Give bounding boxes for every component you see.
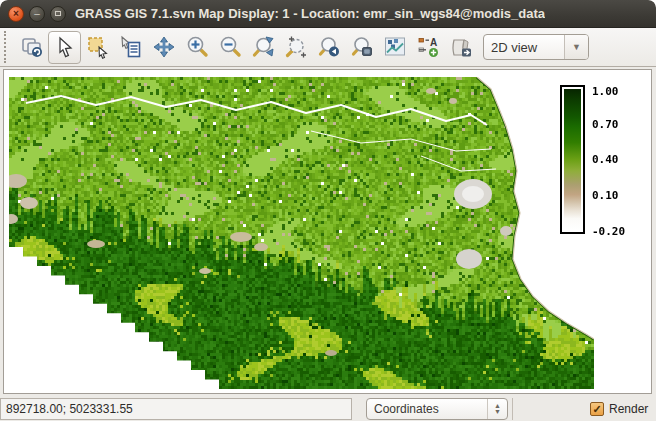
save-display-button[interactable]: [444, 31, 477, 64]
render-checkbox-label: Render: [609, 402, 648, 416]
pan-button[interactable]: [147, 31, 180, 64]
legend-label: 0.70: [592, 118, 619, 131]
overlapping-frames-render-icon: [20, 35, 44, 59]
legend-label: 1.00: [592, 85, 619, 98]
pointer-button[interactable]: [48, 31, 81, 64]
export-page-icon: [449, 35, 473, 59]
map-display-area[interactable]: 1.00 0.70 0.40 0.10 -0.20: [3, 69, 652, 394]
grass-map-display-window: × – GRASS GIS 7.1.svn Map Display: 1 - L…: [0, 0, 656, 421]
zoom-out-button[interactable]: [213, 31, 246, 64]
zoom-extent-button[interactable]: [246, 31, 279, 64]
coordinates-display: 892718.00; 5023331.55: [0, 398, 352, 420]
zoom-region-button[interactable]: [279, 31, 312, 64]
dashed-rect-pointer-icon: [86, 35, 110, 59]
query-features-button[interactable]: [114, 31, 147, 64]
legend-label: 0.40: [592, 153, 619, 166]
render-checkbox[interactable]: ✓: [590, 402, 604, 416]
spinner-arrows-icon[interactable]: ▲▼: [487, 399, 507, 419]
legend-label: 0.10: [592, 189, 619, 202]
zoom-in-button[interactable]: [180, 31, 213, 64]
raster-legend: [560, 85, 585, 234]
render-display-button[interactable]: [15, 31, 48, 64]
magnifier-back-arrow-icon: [317, 35, 341, 59]
legend-text-plus-icon: A: [416, 35, 440, 59]
analyze-map-button[interactable]: [378, 31, 411, 64]
zoom-to-map-button[interactable]: [345, 31, 378, 64]
statusbar-mode-select[interactable]: Coordinates ▲▼: [366, 398, 508, 420]
toolbar-drag-handle[interactable]: [4, 31, 11, 63]
profile-chart-icon: [383, 35, 407, 59]
magnifier-plus-icon: [185, 35, 209, 59]
minimize-icon[interactable]: –: [29, 6, 45, 22]
view-mode-select[interactable]: 2D view ▼: [483, 34, 589, 60]
ndvi-color-ramp: [564, 89, 581, 230]
chevron-down-icon[interactable]: ▼: [564, 35, 588, 59]
ndvi-raster-map[interactable]: [4, 70, 652, 394]
magnifier-dashed-plus-icon: [284, 35, 308, 59]
close-icon[interactable]: ×: [8, 6, 24, 22]
statusbar-mode-value: Coordinates: [367, 402, 487, 416]
four-arrows-icon: [152, 35, 176, 59]
title-bar[interactable]: × – GRASS GIS 7.1.svn Map Display: 1 - L…: [0, 0, 656, 28]
map-panel: 1.00 0.70 0.40 0.10 -0.20: [0, 67, 656, 397]
legend-label: -0.20: [592, 225, 625, 238]
select-region-button[interactable]: [81, 31, 114, 64]
add-map-elements-button[interactable]: A: [411, 31, 444, 64]
maximize-icon[interactable]: [50, 6, 66, 22]
cursor-arrow-icon: [53, 35, 77, 59]
zoom-back-button[interactable]: [312, 31, 345, 64]
window-title: GRASS GIS 7.1.svn Map Display: 1 - Locat…: [75, 6, 545, 21]
status-bar: 892718.00; 5023331.55 Coordinates ▲▼ ✓ R…: [0, 397, 656, 421]
arrow-document-icon: [119, 35, 143, 59]
statusbar-spacer-cell: [512, 398, 582, 420]
view-mode-value: 2D view: [484, 40, 564, 55]
map-toolbar: A 2D view ▼: [0, 28, 656, 67]
magnifier-map-icon: [350, 35, 374, 59]
magnifier-minus-icon: [218, 35, 242, 59]
render-toggle[interactable]: ✓ Render: [590, 402, 656, 416]
svg-text:A: A: [430, 37, 437, 48]
magnifier-arrows-icon: [251, 35, 275, 59]
